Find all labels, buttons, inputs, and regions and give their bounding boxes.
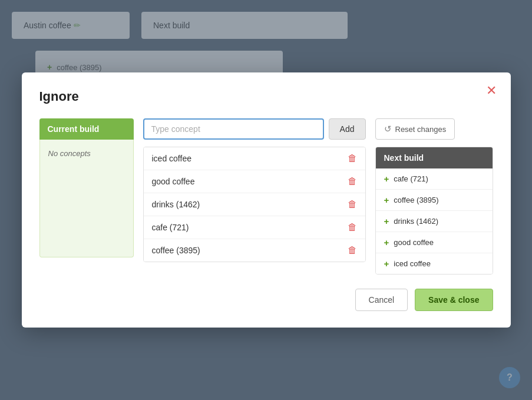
concept-item-iced-coffee: iced coffee 🗑 — [144, 147, 365, 170]
reset-button[interactable]: ↺ Reset changes — [375, 118, 455, 140]
concept-item-label: cafe (721) — [152, 223, 189, 232]
modal-body: Current build No concepts Add iced coffe… — [39, 118, 493, 275]
next-build-item-iced-coffee: + iced coffee — [376, 253, 493, 274]
concept-list: iced coffee 🗑 good coffee 🗑 drinks (1462… — [143, 147, 366, 262]
cancel-button[interactable]: Cancel — [355, 289, 408, 311]
concept-item-cafe: cafe (721) 🗑 — [144, 216, 365, 239]
next-build-panel: Next build + cafe (721) + coffee (3895) … — [375, 147, 493, 275]
nb-item-label: iced coffee — [394, 259, 431, 268]
input-row: Add — [143, 118, 366, 140]
concept-item-label: iced coffee — [152, 154, 191, 163]
concept-item-label: good coffee — [152, 177, 195, 186]
concept-item-good-coffee: good coffee 🗑 — [144, 170, 365, 193]
nb-plus-icon: + — [384, 259, 389, 269]
save-close-button[interactable]: Save & close — [415, 289, 493, 311]
delete-icon[interactable]: 🗑 — [348, 176, 357, 187]
modal-overlay: Ignore ✕ Current build No concepts Add i… — [0, 0, 532, 400]
reset-icon: ↺ — [384, 124, 392, 134]
nb-item-label: cafe (721) — [394, 174, 428, 183]
modal-title: Ignore — [39, 89, 493, 104]
next-build-item-cafe: + cafe (721) — [376, 168, 493, 190]
current-build-label: Current build — [39, 118, 134, 140]
concept-input[interactable] — [143, 118, 324, 140]
concept-item-label: coffee (3895) — [152, 246, 200, 255]
right-column: ↺ Reset changes Next build + cafe (721) … — [375, 118, 493, 275]
concept-item-coffee: coffee (3895) 🗑 — [144, 239, 365, 262]
nb-item-label: coffee (3895) — [394, 196, 438, 204]
next-build-item-good-coffee: + good coffee — [376, 232, 493, 253]
close-button[interactable]: ✕ — [486, 84, 497, 97]
delete-icon[interactable]: 🗑 — [348, 199, 357, 210]
nb-item-label: drinks (1462) — [394, 217, 438, 226]
concept-middle-column: Add iced coffee 🗑 good coffee 🗑 drinks (… — [143, 118, 366, 275]
reset-button-label: Reset changes — [395, 125, 447, 134]
nb-plus-icon: + — [384, 195, 389, 205]
delete-icon[interactable]: 🗑 — [348, 245, 357, 256]
nb-plus-icon: + — [384, 237, 389, 247]
nb-plus-icon: + — [384, 216, 389, 226]
no-concepts-text: No concepts — [39, 140, 134, 257]
next-build-item-drinks: + drinks (1462) — [376, 211, 493, 232]
delete-icon[interactable]: 🗑 — [348, 153, 357, 164]
ignore-modal: Ignore ✕ Current build No concepts Add i… — [22, 72, 511, 328]
add-button[interactable]: Add — [329, 118, 366, 140]
next-build-header: Next build — [376, 147, 493, 168]
concept-item-label: drinks (1462) — [152, 200, 200, 209]
modal-footer: Cancel Save & close — [39, 289, 493, 311]
delete-icon[interactable]: 🗑 — [348, 222, 357, 233]
next-build-item-coffee: + coffee (3895) — [376, 190, 493, 211]
nb-plus-icon: + — [384, 174, 389, 184]
nb-item-label: good coffee — [394, 238, 434, 247]
concept-item-drinks: drinks (1462) 🗑 — [144, 193, 365, 216]
current-build-column: Current build No concepts — [39, 118, 134, 275]
